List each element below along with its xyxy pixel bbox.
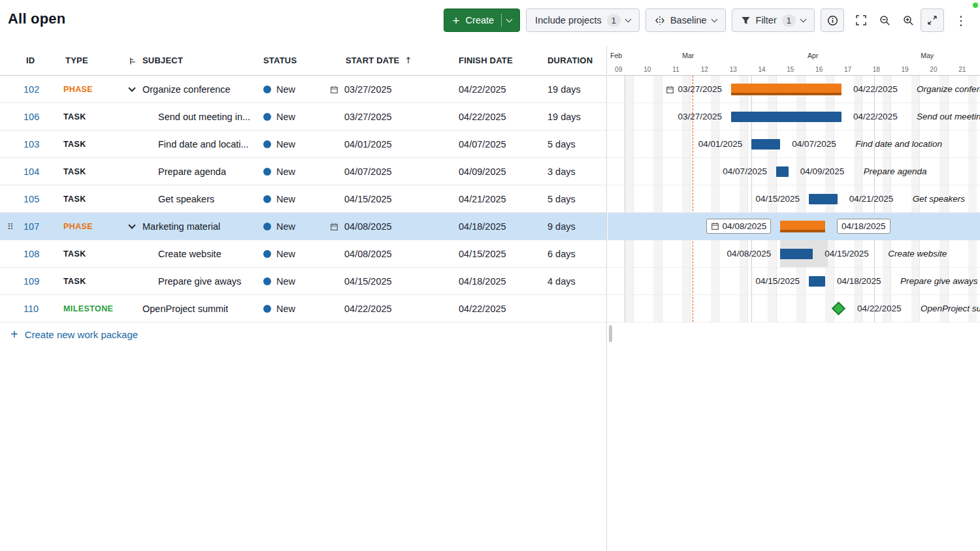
subject-cell[interactable]: Prepare give aways: [158, 268, 241, 295]
zoom-in-button[interactable]: [897, 9, 919, 31]
work-package-id-link[interactable]: 106: [24, 103, 39, 131]
task-bar[interactable]: [731, 112, 841, 122]
create-button[interactable]: + Create: [444, 8, 520, 32]
status-cell[interactable]: New: [263, 131, 295, 158]
gantt-scrollbar-thumb[interactable]: [609, 325, 612, 342]
status-cell[interactable]: New: [263, 213, 295, 240]
duration-cell[interactable]: 9 days: [547, 213, 576, 240]
duration-cell[interactable]: 5 days: [547, 131, 576, 158]
finish-date-cell[interactable]: 04/18/2025: [459, 213, 506, 240]
duration-cell[interactable]: 6 days: [547, 240, 576, 268]
start-date-cell[interactable]: 04/07/2025: [344, 158, 392, 185]
status-cell[interactable]: New: [263, 103, 295, 131]
table-row[interactable]: 104TASKPrepare agendaNew04/07/202504/09/…: [0, 158, 606, 185]
column-header-duration[interactable]: DURATION: [547, 46, 593, 76]
type-cell[interactable]: PHASE: [63, 213, 93, 240]
type-cell[interactable]: TASK: [63, 185, 86, 213]
status-cell[interactable]: New: [263, 268, 295, 295]
collapse-chevron-icon[interactable]: [127, 213, 137, 240]
filter-button[interactable]: Filter 1: [732, 8, 815, 32]
type-cell[interactable]: TASK: [63, 240, 86, 268]
column-header-id[interactable]: ID: [26, 46, 35, 76]
finish-date-cell[interactable]: 04/22/2025: [459, 76, 506, 103]
duration-cell[interactable]: 19 days: [547, 76, 581, 103]
status-cell[interactable]: New: [263, 240, 295, 268]
zoom-auto-fit-button[interactable]: [921, 8, 944, 32]
type-cell[interactable]: TASK: [63, 268, 86, 295]
duration-cell[interactable]: 19 days: [547, 103, 581, 131]
start-date-cell[interactable]: 04/08/2025: [344, 240, 392, 268]
work-package-id-link[interactable]: 110: [24, 295, 39, 323]
create-work-package-link[interactable]: + Create new work package: [10, 328, 138, 341]
type-cell[interactable]: TASK: [63, 158, 86, 185]
baseline-button[interactable]: Baseline: [645, 8, 726, 32]
finish-date-cell[interactable]: 04/18/2025: [459, 268, 506, 295]
status-cell[interactable]: New: [263, 295, 295, 323]
work-package-id-link[interactable]: 108: [24, 240, 39, 268]
work-package-id-link[interactable]: 105: [24, 185, 39, 213]
finish-date-cell[interactable]: 04/21/2025: [459, 185, 506, 213]
work-package-id-link[interactable]: 104: [24, 158, 39, 185]
drag-handle-icon[interactable]: ⠿: [7, 213, 14, 240]
start-date-cell[interactable]: 03/27/2025: [344, 103, 392, 131]
column-header-type[interactable]: TYPE: [65, 46, 88, 76]
start-date-cell[interactable]: 04/15/2025: [344, 185, 392, 213]
table-row[interactable]: 105TASKGet speakersNew04/15/202504/21/20…: [0, 185, 606, 213]
more-menu-button[interactable]: ⋮: [950, 9, 972, 31]
start-date-cell[interactable]: 04/08/2025: [344, 213, 392, 240]
subject-cell[interactable]: Create website: [158, 240, 221, 268]
task-bar[interactable]: [751, 139, 780, 150]
start-date-cell[interactable]: 04/22/2025: [344, 295, 392, 323]
task-bar[interactable]: [809, 194, 838, 204]
status-cell[interactable]: New: [263, 76, 295, 103]
info-button[interactable]: [821, 8, 844, 32]
subject-cell[interactable]: Marketing material: [142, 213, 220, 240]
duration-cell[interactable]: 4 days: [547, 268, 576, 295]
milestone-diamond[interactable]: [832, 302, 845, 315]
column-header-finish-date[interactable]: FINISH DATE: [459, 46, 513, 76]
column-header-start-date[interactable]: START DATE↑: [346, 46, 412, 76]
column-header-status[interactable]: STATUS: [263, 46, 297, 76]
subject-cell[interactable]: Find date and locati...: [158, 131, 249, 158]
subject-cell[interactable]: Organize conference: [142, 76, 231, 103]
work-package-id-link[interactable]: 109: [24, 268, 39, 295]
subject-cell[interactable]: Prepare agenda: [158, 158, 226, 185]
include-projects-button[interactable]: Include projects 1: [526, 8, 640, 32]
table-row[interactable]: 103TASKFind date and locati...New04/01/2…: [0, 131, 606, 158]
finish-date-cell[interactable]: 04/22/2025: [459, 295, 506, 323]
status-cell[interactable]: New: [263, 158, 295, 185]
status-cell[interactable]: New: [263, 185, 295, 213]
finish-date-cell[interactable]: 04/15/2025: [459, 240, 506, 268]
finish-date-cell[interactable]: 04/09/2025: [459, 158, 506, 185]
fullscreen-button[interactable]: [850, 9, 872, 31]
table-row[interactable]: 106TASKSend out meeting in...New03/27/20…: [0, 103, 606, 131]
finish-date-cell[interactable]: 04/22/2025: [459, 103, 506, 131]
zoom-out-button[interactable]: [874, 9, 896, 31]
work-package-id-link[interactable]: 103: [24, 131, 39, 158]
work-package-id-link[interactable]: 107: [24, 213, 39, 240]
duration-cell[interactable]: 3 days: [547, 158, 576, 185]
task-bar[interactable]: [780, 249, 813, 259]
table-row[interactable]: 102PHASEOrganize conferenceNew03/27/2025…: [0, 76, 606, 103]
duration-cell[interactable]: 5 days: [547, 185, 576, 213]
task-bar[interactable]: [776, 166, 789, 177]
collapse-chevron-icon[interactable]: [127, 76, 137, 103]
table-row[interactable]: 110MILESTONEOpenProject summitNew04/22/2…: [0, 295, 606, 323]
start-date-cell[interactable]: 04/01/2025: [344, 131, 392, 158]
subject-cell[interactable]: OpenProject summit: [142, 295, 228, 323]
subject-cell[interactable]: Get speakers: [158, 185, 214, 213]
type-cell[interactable]: TASK: [63, 131, 86, 158]
table-row[interactable]: 108TASKCreate websiteNew04/08/202504/15/…: [0, 240, 606, 268]
finish-date-cell[interactable]: 04/07/2025: [459, 131, 506, 158]
type-cell[interactable]: PHASE: [63, 76, 93, 103]
start-date-cell[interactable]: 04/15/2025: [344, 268, 392, 295]
phase-bar[interactable]: [731, 84, 841, 95]
start-date-cell[interactable]: 03/27/2025: [344, 76, 392, 103]
phase-bar[interactable]: [780, 221, 825, 232]
type-cell[interactable]: TASK: [63, 103, 86, 131]
work-package-id-link[interactable]: 102: [24, 76, 39, 103]
column-header-subject[interactable]: SUBJECT: [142, 46, 183, 76]
subject-cell[interactable]: Send out meeting in...: [158, 103, 250, 131]
table-row[interactable]: 109TASKPrepare give awaysNew04/15/202504…: [0, 268, 606, 295]
table-row[interactable]: ⠿107PHASEMarketing materialNew04/08/2025…: [0, 213, 606, 240]
